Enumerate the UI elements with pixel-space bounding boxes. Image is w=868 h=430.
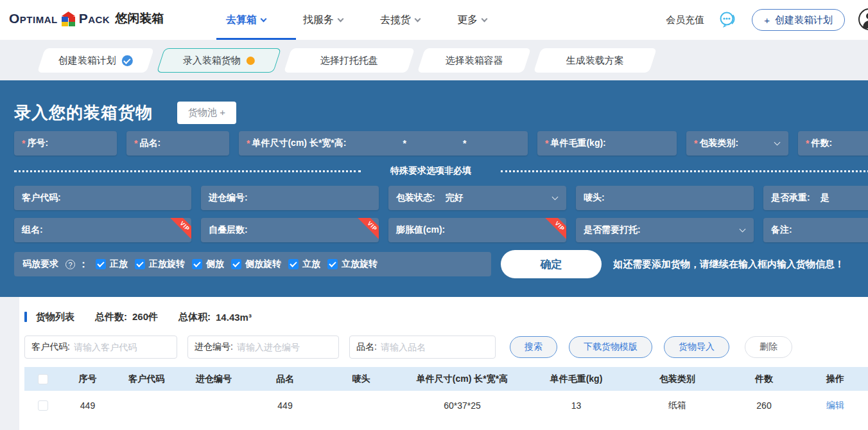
stack-option-upright-rotate[interactable]: 正放旋转	[135, 258, 185, 270]
cargo-table: 序号 客户代码 进仓编号 品名 唛头 单件尺寸(cm) 长*宽*高 单件毛重(k…	[24, 367, 868, 420]
edit-link[interactable]: 编辑	[803, 400, 868, 411]
cell-size: 60*37*25	[401, 400, 523, 411]
customer-code-field[interactable]: 客户代码:	[14, 186, 191, 210]
step-label: 选择装箱容器	[446, 54, 503, 66]
stack-option-stand-rotate[interactable]: 立放旋转	[327, 258, 378, 270]
checkbox-checked-icon[interactable]	[96, 259, 106, 269]
total-count-value: 260件	[132, 311, 158, 323]
shipping-mark-field[interactable]: 唛头:	[576, 186, 754, 210]
stack-option-upright[interactable]: 正放	[96, 258, 128, 270]
table-header-row: 序号 客户代码 进仓编号 品名 唛头 单件尺寸(cm) 长*宽*高 单件毛重(k…	[24, 367, 868, 391]
required-asterisk: *	[247, 138, 250, 148]
warehouse-no-filter: 进仓编号:	[187, 336, 339, 359]
search-button[interactable]: 搜索	[510, 336, 557, 358]
cargo-import-button[interactable]: 货物导入	[664, 336, 729, 358]
cargo-pool-button[interactable]: 货物池 +	[177, 102, 236, 124]
field-label: 件数:	[811, 138, 832, 149]
nav-item-pickup[interactable]: 去揽货	[380, 13, 420, 27]
create-plan-label: 创建装箱计划	[775, 14, 833, 26]
table-row: 449 449 60*37*25 13 纸箱 260 编辑	[24, 391, 868, 420]
nav-item-more[interactable]: 更多	[457, 13, 487, 27]
product-name-field[interactable]: * 品名:	[126, 131, 229, 156]
package-condition-select[interactable]: 包装状态: 完好	[388, 186, 566, 210]
download-template-button[interactable]: 下载货物模版	[569, 336, 652, 358]
field-value: 完好	[446, 192, 464, 204]
nav-item-label: 去算箱	[226, 13, 257, 27]
customer-code-input[interactable]	[74, 342, 157, 352]
col-header-action: 操作	[803, 373, 868, 385]
step-generate-plan[interactable]: 生成装载方案	[534, 48, 657, 73]
stack-option-label: 立放旋转	[342, 258, 378, 270]
brand-name-en1: Optimal	[9, 11, 58, 26]
chat-bubble-icon[interactable]	[718, 11, 738, 29]
group-name-field[interactable]: 组名: VIP	[14, 218, 191, 242]
field-label: 备注:	[771, 224, 792, 236]
stack-option-side-rotate[interactable]: 侧放旋转	[231, 258, 281, 270]
nav-item-find-service[interactable]: 找服务	[303, 13, 343, 27]
add-more-hint: 如还需要添加货物，请继续在输入框内输入货物信息！	[613, 258, 844, 271]
cargo-list-section: 货物列表 总件数: 260件 总体积: 14.43m³ 客户代码: 进仓编号: …	[0, 297, 868, 430]
filter-label: 客户代码:	[31, 341, 70, 353]
checkbox-checked-icon[interactable]	[192, 259, 202, 269]
remark-field[interactable]: 备注:	[763, 218, 868, 242]
chevron-down-icon	[415, 15, 421, 22]
field-label: 客户代码:	[22, 192, 61, 204]
chevron-down-icon	[482, 15, 488, 22]
unit-weight-field[interactable]: * 单件毛重(kg):	[537, 131, 677, 156]
step-done-check-icon	[122, 55, 133, 66]
step-select-pallet[interactable]: 选择打托托盘	[284, 48, 415, 73]
nav-item-calc-box[interactable]: 去算箱	[226, 13, 266, 27]
stack-option-stand[interactable]: 立放	[288, 258, 320, 270]
brand-logo: Optimal Pack 悠闲装箱	[9, 10, 164, 27]
dimension-separator: *	[403, 138, 406, 148]
special-options-divider: 特殊要求选项非必填	[14, 165, 868, 177]
step-label: 选择打托托盘	[320, 54, 378, 66]
form-row-optional-1: 客户代码: 进仓编号: 包装状态: 完好 唛头: 是否承重: 是	[14, 186, 868, 210]
cargo-entry-panel: 录入您的装箱货物 货物池 + * 序号: * 品名: * 单件尺寸(cm) 长*…	[0, 80, 868, 297]
help-question-icon[interactable]: ?	[65, 260, 75, 269]
serial-number-field[interactable]: * 序号:	[14, 131, 117, 156]
bearing-select[interactable]: 是否承重: 是	[763, 186, 868, 210]
checkbox-checked-icon[interactable]	[288, 259, 299, 269]
delete-button[interactable]: 删除	[745, 336, 792, 358]
field-label: 是否承重:	[771, 192, 810, 204]
select-all-checkbox[interactable]	[38, 374, 48, 384]
product-name-input[interactable]	[381, 342, 464, 352]
unit-size-field[interactable]: * 单件尺寸(cm) 长*宽*高: * *	[239, 131, 528, 156]
nav-item-label: 去揽货	[380, 13, 411, 27]
field-label: 单件尺寸(cm) 长*宽*高:	[252, 138, 346, 149]
cell-seq: 449	[61, 400, 114, 411]
field-label: 包装状态:	[396, 192, 435, 204]
dimension-separator: *	[463, 138, 466, 148]
step-create-plan[interactable]: 创建装箱计划	[37, 48, 154, 73]
need-pallet-select[interactable]: 是否需要打托:	[576, 218, 754, 242]
checkbox-checked-icon[interactable]	[231, 259, 241, 269]
confirm-button[interactable]: 确定	[501, 250, 602, 278]
warehouse-no-field[interactable]: 进仓编号:	[201, 186, 379, 210]
form-row-required: * 序号: * 品名: * 单件尺寸(cm) 长*宽*高: * * * 单件毛重…	[14, 131, 868, 156]
step-enter-cargo[interactable]: 录入装箱货物	[157, 48, 281, 73]
checkbox-checked-icon[interactable]	[135, 259, 145, 269]
divider-text: 特殊要求选项非必填	[390, 165, 471, 177]
col-header-mark: 唛头	[321, 373, 401, 385]
field-label: 单件毛重(kg):	[550, 138, 605, 149]
cell-quantity: 260	[725, 400, 803, 411]
plus-icon: +	[764, 15, 770, 26]
chevron-down-icon	[552, 194, 559, 201]
col-header-name: 品名	[249, 373, 321, 385]
quantity-field[interactable]: * 件数:	[798, 131, 868, 156]
member-recharge-link[interactable]: 会员充值	[666, 14, 704, 26]
brand-name-cn: 悠闲装箱	[115, 10, 164, 27]
self-stack-layers-field[interactable]: 自叠层数: VIP	[201, 218, 379, 242]
warehouse-no-input[interactable]	[237, 342, 320, 352]
create-plan-button[interactable]: + 创建装箱计划	[752, 9, 845, 31]
step-select-container[interactable]: 选择装箱容器	[417, 48, 531, 73]
package-type-select[interactable]: * 包装类别:	[686, 131, 788, 156]
stack-option-side[interactable]: 侧放	[192, 258, 224, 270]
navbar-right: 会员充值 + 创建装箱计划	[666, 0, 845, 40]
checkbox-checked-icon[interactable]	[327, 259, 338, 269]
user-avatar-icon[interactable]	[858, 8, 868, 30]
filter-label: 进仓编号:	[195, 341, 233, 353]
expansion-value-field[interactable]: 膨胀值(cm): VIP	[388, 218, 566, 242]
row-checkbox[interactable]	[38, 400, 48, 411]
